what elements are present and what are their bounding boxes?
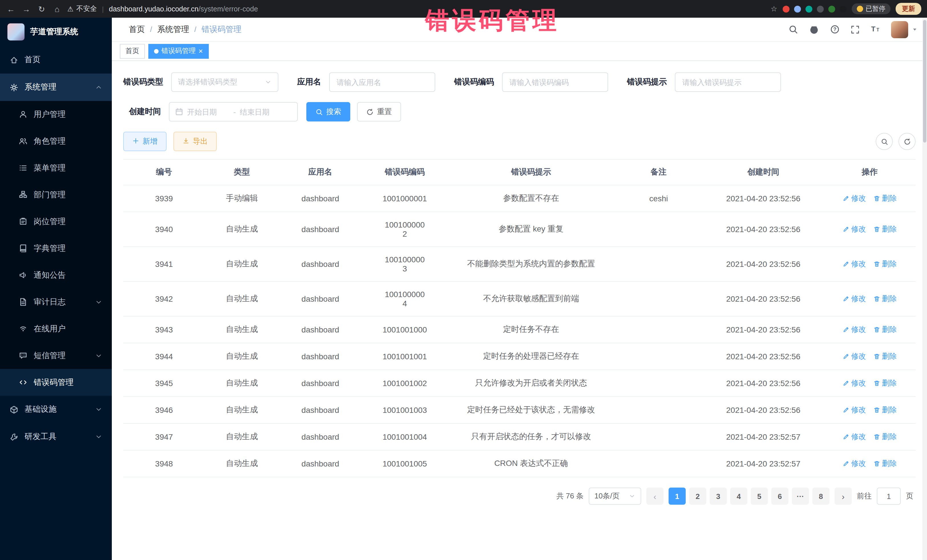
edit-link[interactable]: 修改 [843,193,866,203]
page-button[interactable]: 6 [771,487,789,505]
edit-link[interactable]: 修改 [843,259,866,269]
sidebar-item[interactable]: 菜单管理 [0,155,112,181]
goto-page-input[interactable] [877,487,901,505]
page-button[interactable]: 2 [689,487,706,505]
start-date-input[interactable] [187,108,229,116]
home-icon[interactable]: ⌂ [52,4,62,14]
app-logo[interactable]: 芋道管理系统 [0,18,112,46]
sidebar-item[interactable]: 字典管理 [0,235,112,262]
sidebar-item[interactable]: 首页 [0,46,112,74]
extension-icon[interactable] [828,5,835,12]
error-type-select[interactable]: 请选择错误码类型 [171,73,278,92]
delete-link[interactable]: 删除 [873,224,897,234]
show-search-button[interactable] [876,133,893,150]
cell-id: 3941 [123,247,205,281]
page-size-select[interactable]: 10条/页 [589,487,641,505]
sidebar-item[interactable]: 角色管理 [0,128,112,155]
delete-link[interactable]: 删除 [873,294,897,304]
main-area: 首页 / 系统管理 / 错误码管理 ? TT [112,18,927,560]
end-date-input[interactable] [240,108,282,116]
tab-active[interactable]: 错误码管理× [148,44,208,58]
cell-time: 2021-04-20 23:52:56 [703,316,824,343]
sidebar-item[interactable]: 审计日志 [0,288,112,316]
add-button[interactable]: 新增 [123,132,167,151]
delete-link[interactable]: 删除 [873,378,897,389]
page-ellipsis[interactable]: ··· [792,487,809,505]
refresh-table-button[interactable] [898,133,916,150]
search-button[interactable]: 搜索 [306,102,350,121]
sidebar-item[interactable]: 错误码管理 [0,369,112,396]
page-button[interactable]: 3 [710,487,727,505]
tab-item[interactable]: 首页 [120,44,145,58]
tab-close-icon[interactable]: × [199,47,203,55]
cell-memo [614,397,703,423]
delete-link[interactable]: 删除 [873,259,897,269]
reload-icon[interactable]: ↻ [36,4,47,14]
address-bar[interactable]: dashboard.yudao.iocoder.cn /system/error… [109,5,258,13]
prev-page-button[interactable]: ‹ [646,487,663,505]
sidebar-item[interactable]: 用户管理 [0,101,112,128]
delete-link[interactable]: 删除 [873,458,897,469]
breadcrumb-system[interactable]: 系统管理 [157,24,189,35]
error-code-input[interactable] [502,73,608,92]
cell-id: 3948 [123,450,205,477]
sidebar-item[interactable]: 通知公告 [0,262,112,288]
sidebar-item-label: 审计日志 [33,297,89,307]
sidebar-item[interactable]: 系统管理 [0,74,112,101]
edit-link[interactable]: 修改 [843,294,866,304]
cell-app: dashboard [279,343,362,370]
forward-icon[interactable]: → [21,4,31,14]
delete-link[interactable]: 删除 [873,325,897,335]
edit-link[interactable]: 修改 [843,458,866,469]
page-button[interactable]: 8 [812,487,830,505]
delete-link[interactable]: 删除 [873,432,897,442]
extension-icon[interactable] [817,5,824,12]
sidebar-item[interactable]: 短信管理 [0,342,112,369]
edit-link[interactable]: 修改 [843,378,866,389]
reset-button[interactable]: 重置 [357,102,401,121]
font-size-icon[interactable]: TT [871,24,880,34]
fullscreen-icon[interactable] [851,25,860,34]
url-domain: dashboard.yudao.iocoder.cn [109,5,199,13]
help-icon[interactable]: ? [830,24,840,34]
breadcrumb-home[interactable]: 首页 [129,24,145,35]
page-button[interactable]: 5 [751,487,768,505]
back-icon[interactable]: ← [6,4,16,14]
extension-icon[interactable] [805,5,812,12]
sidebar-item[interactable]: 研发工具 [0,423,112,451]
error-hint-input[interactable] [675,73,781,92]
id-badge-icon [19,217,27,226]
edit-link[interactable]: 修改 [843,325,866,335]
export-button[interactable]: 导出 [173,132,217,151]
user-menu[interactable] [891,21,918,38]
github-icon[interactable] [809,24,819,35]
next-page-button[interactable]: › [834,487,852,505]
edit-link[interactable]: 修改 [843,351,866,361]
cell-memo: ceshi [614,185,703,212]
extension-icon[interactable] [794,5,801,12]
scrollbar-thumb[interactable] [923,20,926,143]
paused-badge[interactable]: 已暂停 [851,3,891,14]
tab-label: 错误码管理 [161,46,196,56]
sidebar-item[interactable]: 部门管理 [0,181,112,208]
date-range-picker[interactable]: - [169,102,298,121]
update-button[interactable]: 更新 [896,3,921,15]
extension-icon[interactable] [839,5,846,12]
sidebar-item[interactable]: 在线用户 [0,316,112,342]
app-name-input[interactable] [329,73,435,92]
edit-link[interactable]: 修改 [843,224,866,234]
sidebar-item[interactable]: 岗位管理 [0,208,112,235]
page-button[interactable]: 4 [730,487,747,505]
extension-icon[interactable] [783,5,789,12]
page-button[interactable]: 1 [669,487,686,505]
delete-link[interactable]: 删除 [873,193,897,203]
delete-link[interactable]: 删除 [873,351,897,361]
sidebar-item[interactable]: 基础设施 [0,396,112,423]
security-chip[interactable]: ⚠ 不安全 [67,4,97,14]
edit-link[interactable]: 修改 [843,405,866,415]
cell-memo [614,212,703,247]
edit-link[interactable]: 修改 [843,432,866,442]
delete-link[interactable]: 删除 [873,405,897,415]
bookmark-star-icon[interactable]: ☆ [771,5,777,13]
search-icon[interactable] [789,24,798,34]
